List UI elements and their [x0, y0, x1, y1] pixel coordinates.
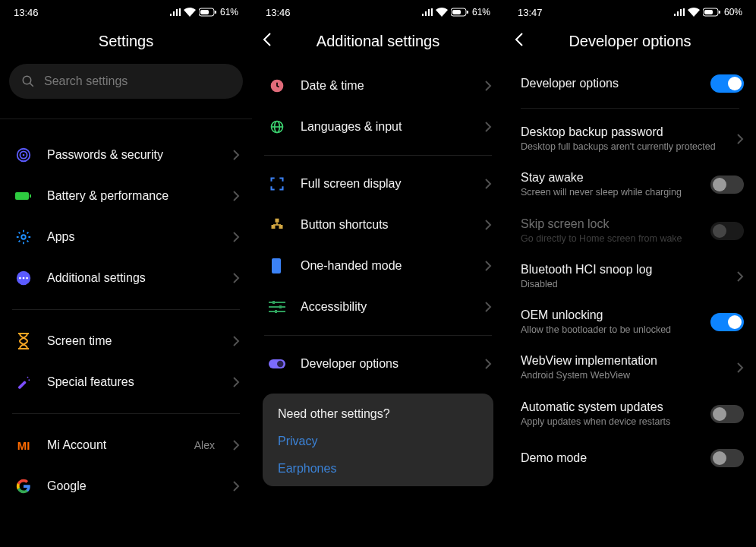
dev-row-title: WebView implementation [521, 354, 726, 368]
item-label: Google [47, 479, 218, 493]
dev-oem-unlocking-row[interactable]: OEM unlocking Allow the bootloader to be… [504, 299, 756, 345]
dev-auto-updates-row[interactable]: Automatic system updates Apply updates w… [504, 391, 756, 437]
gear-icon [15, 229, 32, 245]
svg-point-38 [277, 361, 283, 367]
chevron-right-icon [233, 336, 240, 346]
battery-percent: 61 [220, 7, 230, 17]
back-button[interactable] [515, 33, 523, 49]
toggle-switch[interactable] [710, 449, 744, 467]
item-label: Battery & performance [47, 189, 218, 203]
settings-item-additional[interactable]: Additional settings [0, 258, 252, 299]
card-link-earphones[interactable]: Earphones [278, 462, 478, 476]
svg-rect-25 [276, 219, 279, 223]
chevron-right-icon [233, 481, 240, 492]
buttons-icon [269, 217, 285, 233]
settings-item-miaccount[interactable]: MI Mi Account Alex [0, 425, 252, 466]
item-label: Screen time [47, 334, 218, 348]
chevron-right-icon [233, 440, 240, 451]
svg-point-7 [23, 154, 25, 157]
dev-row-sub: Android System WebView [521, 369, 726, 381]
setting-one-handed[interactable]: One-handed mode [252, 245, 504, 286]
svg-point-14 [26, 277, 28, 280]
search-input[interactable] [44, 74, 231, 88]
setting-languages[interactable]: Languages & input [252, 106, 504, 147]
item-label: Mi Account [47, 438, 179, 452]
dev-row-sub: Disabled [521, 278, 726, 290]
chevron-right-icon [233, 150, 240, 160]
chevron-right-icon [485, 302, 492, 312]
title-row: Settings [0, 24, 252, 58]
phone-icon [269, 258, 285, 274]
toggle-switch[interactable] [710, 313, 744, 331]
toggle-switch[interactable] [710, 405, 744, 423]
svg-point-13 [23, 277, 25, 280]
page-title: Settings [99, 33, 153, 50]
setting-fullscreen[interactable]: Full screen display [252, 163, 504, 204]
toggle-switch[interactable] [710, 175, 744, 194]
svg-point-17 [28, 379, 30, 381]
settings-item-special[interactable]: Special features [0, 362, 252, 403]
globe-icon [269, 119, 285, 135]
hourglass-icon [15, 333, 32, 349]
chevron-right-icon [485, 122, 492, 132]
chevron-right-icon [233, 377, 240, 387]
settings-item-passwords[interactable]: Passwords & security [0, 134, 252, 175]
page-title: Additional settings [317, 33, 439, 50]
dev-row-title: Stay awake [521, 171, 700, 185]
clock-icon [269, 77, 285, 94]
dev-stay-awake-row[interactable]: Stay awake Screen will never sleep while… [504, 162, 756, 207]
settings-item-apps[interactable]: Apps [0, 217, 252, 258]
card-title: Need other settings? [278, 407, 478, 421]
page-title: Developer options [569, 33, 691, 50]
status-right: 60% [673, 7, 742, 17]
chevron-right-icon [737, 271, 744, 282]
setting-developer-options[interactable]: Developer options [252, 343, 504, 384]
svg-rect-34 [272, 301, 275, 304]
svg-point-12 [19, 277, 21, 280]
dev-bt-snoop-row[interactable]: Bluetooth HCI snoop log Disabled [504, 254, 756, 299]
settings-item-screentime[interactable]: Screen time [0, 321, 252, 362]
chevron-right-icon [233, 273, 240, 283]
toggle-switch[interactable] [710, 74, 744, 93]
dev-demo-mode-row[interactable]: Demo mode [504, 437, 756, 479]
other-settings-card: Need other settings? Privacy Earphones [263, 394, 493, 486]
status-right: 61% [169, 7, 238, 17]
svg-rect-2 [200, 10, 209, 14]
battery-perf-icon [15, 188, 32, 204]
status-bar: 13:46 61% [252, 0, 504, 21]
settings-item-google[interactable]: Google [0, 466, 252, 507]
card-link-privacy[interactable]: Privacy [278, 435, 478, 448]
chevron-right-icon [485, 220, 492, 230]
dev-webview-row[interactable]: WebView implementation Android System We… [504, 345, 756, 390]
sliders-icon [269, 299, 285, 315]
dev-row-title: Bluetooth HCI snoop log [521, 263, 726, 277]
setting-date-time[interactable]: Date & time [252, 65, 504, 106]
dev-row-title: Developer options [521, 77, 700, 90]
item-label: Additional settings [47, 271, 218, 285]
svg-rect-41 [704, 10, 713, 14]
dev-row-title: Skip screen lock [521, 217, 700, 231]
dev-master-toggle-row[interactable]: Developer options [504, 62, 756, 105]
dev-desktop-backup-row[interactable]: Desktop backup password Desktop full bac… [504, 116, 756, 162]
svg-rect-30 [272, 258, 281, 274]
chevron-left-icon [263, 33, 271, 46]
chevron-right-icon [485, 81, 492, 91]
item-value: Alex [194, 439, 215, 451]
search-icon [21, 74, 35, 88]
battery-icon [703, 8, 721, 17]
signal-icon [169, 8, 181, 17]
setting-button-shortcuts[interactable]: Button shortcuts [252, 204, 504, 245]
back-button[interactable] [263, 33, 271, 49]
chevron-right-icon [233, 191, 240, 201]
search-field[interactable] [9, 64, 243, 99]
settings-item-battery[interactable]: Battery & performance [0, 175, 252, 217]
battery-percent: 61 [472, 7, 482, 17]
battery-icon [199, 8, 217, 17]
wifi-icon [184, 8, 196, 17]
status-time: 13:46 [266, 7, 291, 18]
toggle-switch [710, 222, 744, 240]
dev-row-sub: Screen will never sleep while charging [521, 186, 700, 198]
item-label: Special features [47, 375, 218, 389]
svg-rect-36 [275, 310, 277, 313]
setting-accessibility[interactable]: Accessibility [252, 286, 504, 327]
